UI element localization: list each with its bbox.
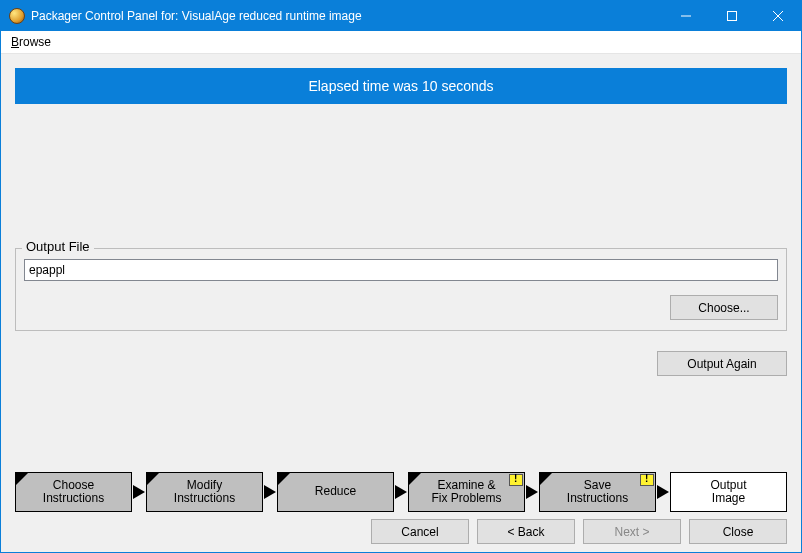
titlebar: Packager Control Panel for: VisualAge re… — [1, 1, 801, 31]
back-button[interactable]: < Back — [477, 519, 575, 544]
svg-marker-4 — [133, 485, 145, 499]
status-banner: Elapsed time was 10 seconds — [15, 68, 787, 104]
wizard-step-label: Save Instructions — [567, 479, 628, 505]
dogear-icon — [409, 473, 421, 485]
dogear-icon — [278, 473, 290, 485]
step-arrow-icon — [525, 485, 539, 499]
svg-marker-7 — [526, 485, 538, 499]
dogear-icon — [16, 473, 28, 485]
window-controls — [663, 1, 801, 31]
svg-rect-1 — [728, 12, 737, 21]
cancel-button[interactable]: Cancel — [371, 519, 469, 544]
choose-button[interactable]: Choose... — [670, 295, 778, 320]
output-file-input[interactable] — [24, 259, 778, 281]
wizard-strip: Choose InstructionsModify InstructionsRe… — [15, 471, 787, 513]
app-icon — [9, 8, 25, 24]
warning-icon — [640, 474, 654, 486]
wizard-step-label: Choose Instructions — [43, 479, 104, 505]
step-arrow-icon — [394, 485, 408, 499]
menu-browse-rest: rowse — [19, 35, 51, 49]
menubar: Browse — [1, 31, 801, 54]
wizard-buttons: Cancel < Back Next > Close — [15, 519, 787, 544]
dogear-icon — [147, 473, 159, 485]
wizard-step[interactable]: Examine & Fix Problems — [408, 472, 525, 512]
wizard-step[interactable]: Save Instructions — [539, 472, 656, 512]
wizard-step[interactable]: Modify Instructions — [146, 472, 263, 512]
window-title: Packager Control Panel for: VisualAge re… — [31, 9, 663, 23]
step-arrow-icon — [263, 485, 277, 499]
minimize-button[interactable] — [663, 1, 709, 31]
wizard-step[interactable]: Reduce — [277, 472, 394, 512]
wizard-step[interactable]: Output Image — [670, 472, 787, 512]
output-again-button[interactable]: Output Again — [657, 351, 787, 376]
warning-icon — [509, 474, 523, 486]
step-arrow-icon — [656, 485, 670, 499]
step-arrow-icon — [132, 485, 146, 499]
wizard-step[interactable]: Choose Instructions — [15, 472, 132, 512]
next-button[interactable]: Next > — [583, 519, 681, 544]
menu-browse[interactable]: Browse — [7, 33, 55, 51]
output-file-legend: Output File — [22, 239, 94, 254]
svg-marker-6 — [395, 485, 407, 499]
wizard-step-label: Modify Instructions — [174, 479, 235, 505]
output-file-group: Output File Choose... — [15, 248, 787, 331]
maximize-button[interactable] — [709, 1, 755, 31]
wizard-step-label: Reduce — [315, 485, 356, 498]
svg-marker-8 — [657, 485, 669, 499]
wizard-step-label: Examine & Fix Problems — [431, 479, 501, 505]
close-window-button[interactable] — [755, 1, 801, 31]
wizard-step-label: Output Image — [710, 479, 746, 505]
close-button[interactable]: Close — [689, 519, 787, 544]
svg-marker-5 — [264, 485, 276, 499]
work-area: Elapsed time was 10 seconds Output File … — [1, 54, 801, 552]
dogear-icon — [540, 473, 552, 485]
